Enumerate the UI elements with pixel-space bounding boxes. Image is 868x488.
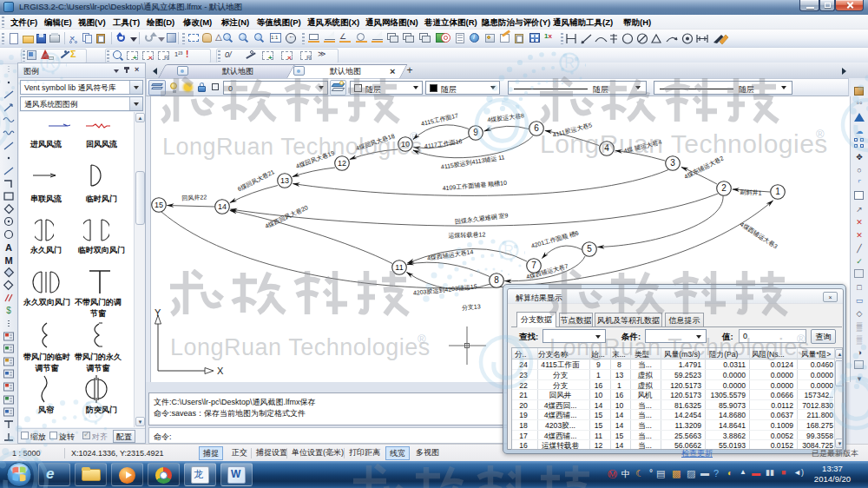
svg-text:A: A	[5, 242, 12, 253]
svg-text:13: 13	[280, 176, 289, 185]
svg-text:M: M	[4, 255, 12, 266]
svg-text:14: 14	[218, 202, 227, 211]
svg-text:6煤回风大巷21: 6煤回风大巷21	[236, 168, 275, 193]
svg-text:4煤东辅运大巷2: 4煤东辅运大巷2	[683, 155, 725, 181]
svg-text:12: 12	[338, 159, 346, 168]
svg-text:分支13: 分支13	[461, 303, 482, 312]
svg-text:4煤西辅运大巷3: 4煤西辅运大巷3	[739, 221, 779, 250]
svg-text:回风井22: 回风井22	[181, 194, 207, 202]
svg-text:4煤回风大巷18: 4煤回风大巷18	[355, 133, 396, 153]
svg-text:4111胶运大巷5: 4111胶运大巷5	[552, 122, 593, 139]
svg-text:4煤回风大巷19: 4煤回风大巷19	[295, 149, 336, 170]
svg-text:运煤转载巷12: 运煤转载巷12	[448, 231, 485, 238]
svg-text:2: 2	[721, 183, 727, 193]
svg-text:4115胶运到4113辅运 11: 4115胶运到4113辅运 11	[440, 154, 505, 171]
svg-text:4: 4	[604, 143, 609, 153]
svg-text:$: $	[6, 306, 11, 315]
svg-text:4117工作面16: 4117工作面16	[424, 138, 463, 150]
svg-text:8: 8	[494, 275, 499, 285]
svg-text:X: X	[217, 366, 224, 376]
svg-text:4201工作面顺 槽6: 4201工作面顺 槽6	[530, 229, 580, 249]
svg-text:4109工作面辅巷 顺槽10: 4109工作面辅巷 顺槽10	[442, 180, 507, 192]
svg-text:10: 10	[401, 140, 410, 148]
svg-text:6: 6	[534, 123, 539, 133]
svg-text:7: 7	[531, 260, 536, 270]
svg-text:回煤永久避难硐 室9: 回煤永久避难硐 室9	[455, 212, 509, 225]
svg-text:3: 3	[670, 158, 675, 168]
svg-text:9: 9	[473, 128, 478, 137]
svg-text:15: 15	[155, 201, 163, 209]
svg-text:11: 11	[395, 263, 403, 272]
svg-text:副斜井1: 副斜井1	[740, 188, 761, 196]
svg-text:4煤西回风大巷20: 4煤西回风大巷20	[264, 204, 309, 230]
svg-text:1: 1	[775, 187, 780, 196]
svg-text:4煤 辅运大巷4: 4煤 辅运大巷4	[623, 139, 662, 155]
svg-text:Y: Y	[155, 307, 161, 318]
svg-text:5: 5	[587, 244, 592, 254]
svg-text:4203胶运到4203辅运15: 4203胶运到4203辅运15	[413, 283, 477, 297]
svg-text:4煤胶运大巷8: 4煤胶运大巷8	[487, 112, 525, 123]
